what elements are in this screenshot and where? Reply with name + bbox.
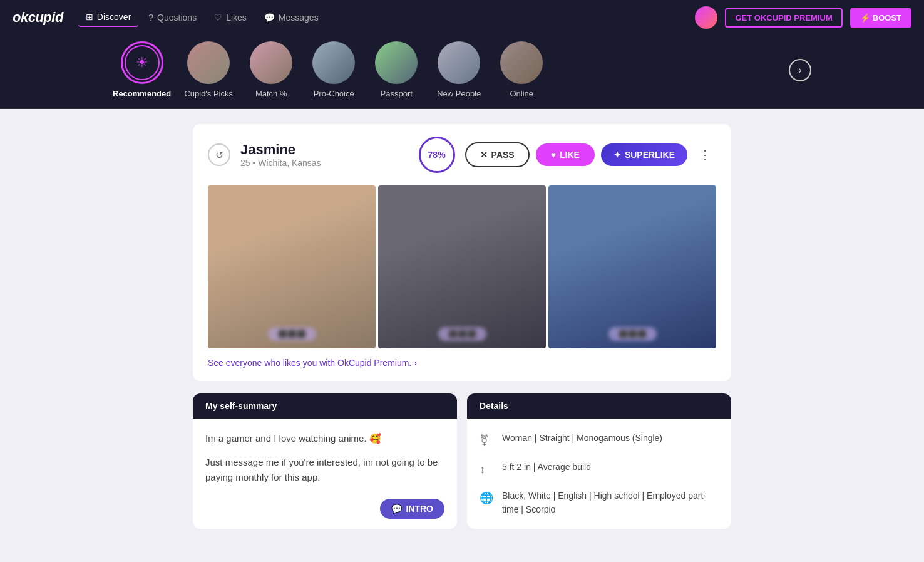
passport-avatar <box>375 41 418 84</box>
category-pro-choice-label: Pro-Choice <box>314 89 354 98</box>
more-options-button[interactable]: ⋮ <box>694 145 716 165</box>
category-passport-label: Passport <box>381 89 413 98</box>
superlike-button[interactable]: ✦ SUPERLIKE <box>601 143 687 166</box>
category-match[interactable]: Match % <box>246 41 296 98</box>
details-list: ⚧ Woman | Straight | Monogamous (Single)… <box>480 431 719 516</box>
photo-2-placeholder: ⬛⬛⬛ <box>378 185 546 348</box>
photo-grid: ⬛⬛⬛ ⬛⬛⬛ ⬛⬛⬛ <box>208 185 716 348</box>
profile-name-block: Jasmine 25 • Wichita, Kansas <box>240 142 409 168</box>
photo-3-placeholder: ⬛⬛⬛ <box>548 185 716 348</box>
logo: okcupid <box>13 9 63 26</box>
match-avatar <box>250 41 292 84</box>
photo-1-badge: ⬛⬛⬛ <box>268 327 316 341</box>
profile-location: 25 • Wichita, Kansas <box>240 158 409 168</box>
photo-2[interactable]: ⬛⬛⬛ <box>378 185 546 348</box>
category-online[interactable]: Online <box>496 41 547 98</box>
premium-likes-link[interactable]: See everyone who likes you with OkCupid … <box>208 358 417 368</box>
details-header: Details <box>467 393 731 419</box>
photo-1-placeholder: ⬛⬛⬛ <box>208 185 376 348</box>
questions-icon: ? <box>148 13 153 23</box>
height-icon: ↕ <box>480 461 493 479</box>
pass-button[interactable]: ✕ PASS <box>465 142 530 167</box>
category-next-button[interactable]: › <box>789 59 811 81</box>
boost-button[interactable]: ⚡ BOOST <box>850 8 911 28</box>
detail-background: 🌐 Black, White | English | High school |… <box>480 489 719 517</box>
self-summary-header: My self-summary <box>193 393 457 419</box>
category-online-label: Online <box>510 89 533 98</box>
photo-1[interactable]: ⬛⬛⬛ <box>208 185 376 348</box>
nav-messages[interactable]: 💬 Messages <box>257 9 326 26</box>
category-passport[interactable]: Passport <box>371 41 421 98</box>
self-summary-body: Im a gamer and I love watching anime. 🥰 … <box>193 419 457 506</box>
user-avatar[interactable] <box>695 6 717 29</box>
heart-icon: ♡ <box>214 13 222 23</box>
category-match-label: Match % <box>255 89 287 98</box>
main-content: ↺ Jasmine 25 • Wichita, Kansas 78% ✕ PAS… <box>180 124 744 529</box>
pro-choice-avatar <box>312 41 355 84</box>
cupids-picks-avatar <box>187 41 230 84</box>
detail-gender: ⚧ Woman | Straight | Monogamous (Single) <box>480 431 719 450</box>
nav-discover[interactable]: ⊞ Discover <box>78 8 138 27</box>
premium-button[interactable]: GET OKCUPID PREMIUM <box>725 8 842 28</box>
category-bar: ☀ Recommended Cupid's Picks Match % Pro-… <box>0 35 924 109</box>
category-cupids-picks[interactable]: Cupid's Picks <box>183 41 234 98</box>
match-percent-circle: 78% <box>419 137 455 173</box>
gender-icon: ⚧ <box>480 432 493 450</box>
arrow-right-icon: › <box>414 358 417 368</box>
messages-icon: 💬 <box>264 13 275 23</box>
like-heart-icon: ♥ <box>551 150 556 160</box>
globe-icon: 🌐 <box>480 489 493 507</box>
profile-name: Jasmine <box>240 142 409 158</box>
nav-right: GET OKCUPID PREMIUM ⚡ BOOST <box>695 6 911 29</box>
category-recommended-label: Recommended <box>113 89 171 98</box>
category-new-people-label: New People <box>437 89 481 98</box>
profile-card: ↺ Jasmine 25 • Wichita, Kansas 78% ✕ PAS… <box>193 124 731 381</box>
recommended-avatar: ☀ <box>121 41 163 84</box>
nav-items: ⊞ Discover ? Questions ♡ Likes 💬 Message… <box>78 8 680 27</box>
undo-button[interactable]: ↺ <box>208 143 230 166</box>
photo-3-badge: ⬛⬛⬛ <box>608 327 657 341</box>
nav-likes[interactable]: ♡ Likes <box>207 9 254 26</box>
profile-sections: My self-summary Im a gamer and I love wa… <box>193 393 731 529</box>
x-icon: ✕ <box>480 150 488 160</box>
top-navigation: okcupid ⊞ Discover ? Questions ♡ Likes 💬… <box>0 0 924 35</box>
category-new-people[interactable]: New People <box>434 41 484 98</box>
bolt-icon: ⚡ <box>860 13 870 23</box>
self-summary-card: My self-summary Im a gamer and I love wa… <box>193 393 457 529</box>
category-recommended[interactable]: ☀ Recommended <box>113 41 171 98</box>
like-button[interactable]: ♥ LIKE <box>536 143 595 166</box>
online-avatar <box>500 41 543 84</box>
self-summary-p1: Im a gamer and I love watching anime. 🥰 <box>205 431 444 446</box>
photo-2-badge: ⬛⬛⬛ <box>438 327 486 341</box>
detail-height: ↕ 5 ft 2 in | Average build <box>480 460 719 479</box>
recommended-icon: ☀ <box>125 45 160 80</box>
new-people-avatar <box>438 41 480 84</box>
photo-3[interactable]: ⬛⬛⬛ <box>548 185 716 348</box>
chat-icon: 💬 <box>391 504 402 514</box>
undo-icon: ↺ <box>215 149 223 161</box>
superlike-icon: ✦ <box>613 150 621 160</box>
category-cupids-picks-label: Cupid's Picks <box>184 89 233 98</box>
nav-questions[interactable]: ? Questions <box>141 9 204 26</box>
details-card: Details ⚧ Woman | Straight | Monogamous … <box>467 393 731 529</box>
action-buttons: ✕ PASS ♥ LIKE ✦ SUPERLIKE ⋮ <box>465 142 716 167</box>
details-body: ⚧ Woman | Straight | Monogamous (Single)… <box>467 419 731 529</box>
intro-button[interactable]: 💬 INTRO <box>380 499 444 519</box>
profile-header: ↺ Jasmine 25 • Wichita, Kansas 78% ✕ PAS… <box>208 137 716 173</box>
category-pro-choice[interactable]: Pro-Choice <box>309 41 359 98</box>
discover-icon: ⊞ <box>86 12 93 22</box>
self-summary-p2: Just message me if you're interested, im… <box>205 455 444 485</box>
